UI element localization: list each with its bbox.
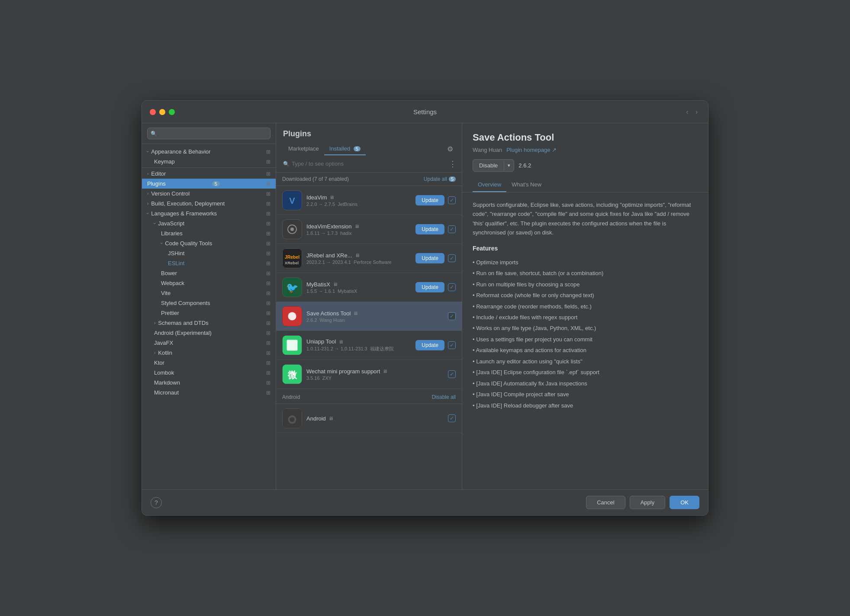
plugin-item-mybatisx[interactable]: 🐦 MyBatisX 🖥 1.5.5 → 1.6.1 MybatisX — [276, 273, 462, 302]
grid-icon: ⊞ — [266, 360, 270, 366]
plugin-info-jrebel: JRebel and XRe... 🖥 2023.2.1 → 2023.4.1 … — [306, 252, 411, 265]
features-title: Features — [473, 244, 698, 253]
back-button[interactable]: ‹ — [683, 106, 691, 118]
sidebar-item-webpack[interactable]: Webpack ⊞ — [142, 278, 276, 288]
sidebar-item-languages-frameworks[interactable]: › Languages & Frameworks ⊞ — [142, 209, 276, 218]
plugin-meta-wechat: 3.5.16 ZXY — [306, 375, 444, 381]
enabled-checkbox-mybatisx[interactable]: ✓ — [448, 283, 456, 291]
disable-dropdown-button[interactable]: ▾ — [504, 160, 514, 171]
sidebar-item-label: JSHint — [168, 250, 184, 257]
detail-homepage-link[interactable]: Plugin homepage ↗ — [506, 147, 557, 153]
plugin-name-uniapp: Uniapp Tool 🖥 — [306, 338, 411, 345]
forward-button[interactable]: › — [693, 106, 700, 118]
enabled-checkbox-save-actions[interactable]: ✓ — [448, 312, 456, 320]
sidebar-item-editor[interactable]: › Editor ⊞ — [142, 169, 276, 179]
update-button-ideavimextension[interactable]: Update — [415, 224, 444, 234]
enabled-checkbox-android[interactable]: ✓ — [448, 414, 456, 422]
sidebar-item-schemas-dtds[interactable]: › Schemas and DTDs ⊞ — [142, 318, 276, 328]
downloaded-row: Downloaded (7 of 7 enabled) Update all 5 — [276, 173, 462, 186]
update-button-mybatisx[interactable]: Update — [415, 282, 444, 292]
tab-installed[interactable]: Installed 5 — [324, 143, 366, 155]
sidebar-item-label: Lombok — [154, 369, 174, 376]
enabled-checkbox-wechat[interactable]: ✓ — [448, 370, 456, 378]
plugin-item-ideavim[interactable]: V IdeaVim 🖥 2.2.0 → 2.7.5 JetBrains — [276, 186, 462, 215]
sidebar-item-android-experimental[interactable]: Android (Experimental) ⊞ — [142, 328, 276, 338]
sidebar-item-appearance-behavior[interactable]: › Appearance & Behavior ⊞ — [142, 147, 276, 157]
disable-all-button[interactable]: Disable all — [432, 394, 456, 400]
sidebar-item-bower[interactable]: Bower ⊞ — [142, 268, 276, 278]
plugin-meta-ideavimextension: 1.6.11 → 1.7.3 hadix — [306, 231, 411, 236]
plugins-gear-button[interactable]: ⚙ — [445, 143, 455, 155]
plugin-item-uniapp[interactable]: Uniapp Tool 🖥 1.0.11-231.2 → 1.0.11-231.… — [276, 331, 462, 360]
plugin-item-wechat[interactable]: 微 Wechat mini program support 🖥 3.5.16 Z… — [276, 360, 462, 389]
sidebar-item-styled-components[interactable]: Styled Components ⊞ — [142, 298, 276, 308]
grid-icon: ⊞ — [266, 340, 270, 346]
update-all-button[interactable]: Update all 5 — [424, 176, 456, 182]
plugin-item-save-actions[interactable]: Save Actions Tool 🖥 2.6.2 Wang Huan ✓ — [276, 302, 462, 331]
tab-whats-new[interactable]: What's New — [506, 178, 547, 192]
plugin-item-jrebel[interactable]: JRebelXRebel JRebel and XRe... 🖥 2023.2.… — [276, 244, 462, 273]
enabled-checkbox-ideavim[interactable]: ✓ — [448, 196, 456, 204]
update-button-uniapp[interactable]: Update — [415, 340, 444, 350]
plugin-icon-save-actions — [282, 306, 302, 326]
feature-item: Rearrange code (reorder methods, fields,… — [473, 301, 698, 312]
ok-button[interactable]: OK — [670, 496, 699, 509]
sidebar-item-kotlin[interactable]: › Kotlin ⊞ — [142, 348, 276, 358]
disable-button[interactable]: Disable — [473, 160, 504, 171]
sidebar-item-micronaut[interactable]: Micronaut ⊞ — [142, 388, 276, 398]
plugins-badge: 5 — [212, 181, 220, 186]
update-button-ideavim[interactable]: Update — [415, 195, 444, 205]
sidebar-item-version-control[interactable]: › Version Control ⊞ — [142, 189, 276, 199]
expand-arrow: › — [154, 350, 155, 355]
sidebar-item-label: Version Control — [151, 190, 190, 197]
sidebar-search-wrap: 🔍 — [147, 128, 270, 139]
update-button-jrebel[interactable]: Update — [415, 253, 444, 263]
sidebar-item-lombok[interactable]: Lombok ⊞ — [142, 368, 276, 378]
sidebar-item-libraries[interactable]: Libraries ⊞ — [142, 228, 276, 238]
sidebar-item-vite[interactable]: Vite ⊞ — [142, 288, 276, 298]
bottom-bar: ? Cancel Apply OK — [142, 489, 708, 515]
plugin-info-android: Android 🖥 — [306, 415, 444, 422]
plugin-item-android[interactable]: Android 🖥 ✓ — [276, 404, 462, 433]
sidebar-item-label: Vite — [161, 290, 171, 296]
sidebar-item-plugins[interactable]: Plugins 5 ⊞ — [142, 179, 276, 189]
sidebar-item-prettier[interactable]: Prettier ⊞ — [142, 308, 276, 318]
enabled-checkbox-jrebel[interactable]: ✓ — [448, 254, 456, 262]
tab-overview[interactable]: Overview — [473, 178, 506, 192]
expand-arrow: › — [147, 191, 148, 196]
grid-icon: ⊞ — [266, 211, 270, 217]
detail-body: Supports configurable, Eclipse like, sav… — [462, 192, 708, 489]
tab-marketplace[interactable]: Marketplace — [283, 143, 324, 155]
sidebar-item-jshint[interactable]: JSHint ⊞ — [142, 248, 276, 258]
close-button[interactable] — [150, 109, 156, 115]
sidebar-item-javafx[interactable]: JavaFX ⊞ — [142, 338, 276, 348]
plugins-kebab-button[interactable]: ⋮ — [449, 159, 457, 169]
plugin-item-ideavimextension[interactable]: IdeaVimExtension 🖥 1.6.11 → 1.7.3 hadix … — [276, 215, 462, 244]
sidebar-item-label: Kotlin — [158, 350, 172, 356]
sidebar-item-build[interactable]: › Build, Execution, Deployment ⊞ — [142, 199, 276, 209]
sidebar-item-keymap[interactable]: Keymap ⊞ — [142, 157, 276, 167]
help-button[interactable]: ? — [151, 497, 162, 508]
plugins-search-input[interactable] — [281, 159, 445, 169]
maximize-button[interactable] — [169, 109, 175, 115]
feature-item: Works on any file type (Java, Python, XM… — [473, 323, 698, 334]
enabled-checkbox-ideavimextension[interactable]: ✓ — [448, 225, 456, 233]
cancel-button[interactable]: Cancel — [586, 496, 625, 509]
sidebar-item-code-quality-tools[interactable]: › Code Quality Tools ⊞ — [142, 238, 276, 248]
sidebar-item-markdown[interactable]: Markdown ⊞ — [142, 378, 276, 388]
grid-icon: ⊞ — [266, 149, 270, 155]
sidebar-item-eslint[interactable]: ESLint ⊞ — [142, 258, 276, 268]
plugins-tabs: Marketplace Installed 5 ⚙ — [283, 143, 455, 155]
minimize-button[interactable] — [159, 109, 165, 115]
enabled-checkbox-uniapp[interactable]: ✓ — [448, 341, 456, 349]
feature-item: [Java IDE] Reload debugger after save — [473, 400, 698, 411]
sidebar-item-javascript[interactable]: › JavaScript ⊞ — [142, 218, 276, 228]
apply-button[interactable]: Apply — [630, 496, 666, 509]
sidebar-search-input[interactable] — [147, 128, 270, 139]
svg-text:🐦: 🐦 — [286, 282, 299, 294]
plugin-name-jrebel: JRebel and XRe... 🖥 — [306, 252, 411, 259]
feature-item: Launch any editor action using "quick li… — [473, 356, 698, 367]
plugin-icon-ideavim: V — [282, 190, 302, 210]
sidebar-item-ktor[interactable]: Ktor ⊞ — [142, 358, 276, 368]
expand-arrow: › — [154, 321, 155, 325]
